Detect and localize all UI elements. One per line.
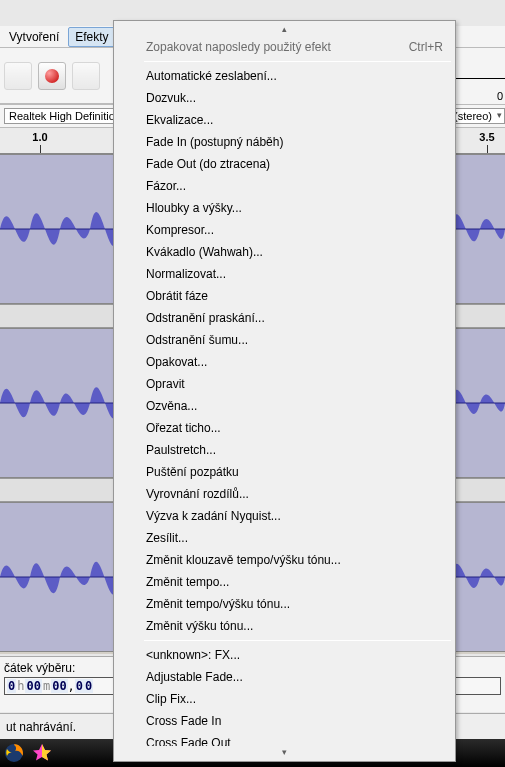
menu-item-label: Zopakovat naposledy použitý efekt — [146, 40, 331, 54]
menu-generate[interactable]: Vytvoření — [2, 27, 66, 47]
menu-item-odstran-n-prask-n[interactable]: Odstranění praskání... — [116, 307, 453, 329]
menu-item-zm-nit-klouzav-tempo-v-ku-t-nu[interactable]: Změnit klouzavě tempo/výšku tónu... — [116, 549, 453, 571]
menu-item-pu-t-n-pozp-tku[interactable]: Puštění pozpátku — [116, 461, 453, 483]
menu-item-zm-nit-tempo-v-ku-t-nu[interactable]: Změnit tempo/výšku tónu... — [116, 593, 453, 615]
menu-item-kompresor[interactable]: Kompresor... — [116, 219, 453, 241]
menu-item-fade-in-postupn-n-b-h[interactable]: Fade In (postupný náběh) — [116, 131, 453, 153]
app-icon[interactable] — [32, 743, 52, 763]
menu-item-clip-fix[interactable]: Clip Fix... — [116, 688, 453, 710]
menu-item-opravit[interactable]: Opravit — [116, 373, 453, 395]
status-text: ut nahrávání. — [6, 720, 76, 734]
menu-item-normalizovat[interactable]: Normalizovat... — [116, 263, 453, 285]
menu-item-ekvalizace[interactable]: Ekvalizace... — [116, 109, 453, 131]
menu-scroll-down[interactable]: ▾ — [116, 746, 453, 759]
channels-combo[interactable]: (stereo) — [449, 108, 505, 124]
effects-menu: ▴ Zopakovat naposledy použitý efektCtrl+… — [113, 20, 456, 762]
menu-separator — [144, 640, 451, 641]
menu-item-o-ezat-ticho[interactable]: Ořezat ticho... — [116, 417, 453, 439]
menu-item-v-zva-k-zad-n-nyquist[interactable]: Výzva k zadání Nyquist... — [116, 505, 453, 527]
menu-item-zm-nit-v-ku-t-nu[interactable]: Změnit výšku tónu... — [116, 615, 453, 637]
menu-item-dozvuk[interactable]: Dozvuk... — [116, 87, 453, 109]
firefox-icon[interactable] — [4, 743, 24, 763]
menu-item-odstran-n-umu[interactable]: Odstranění šumu... — [116, 329, 453, 351]
ruler-tick-label: 1.0 — [32, 131, 47, 143]
menu-item-obr-tit-f-ze[interactable]: Obrátit fáze — [116, 285, 453, 307]
menu-item-repeat-last-effect: Zopakovat naposledy použitý efektCtrl+R — [116, 36, 453, 58]
record-button[interactable] — [38, 62, 66, 90]
menu-item-fade-out-do-ztracena[interactable]: Fade Out (do ztracena) — [116, 153, 453, 175]
menu-item-f-zor[interactable]: Fázor... — [116, 175, 453, 197]
menu-item-shortcut: Ctrl+R — [409, 40, 443, 54]
menu-item-zm-nit-tempo[interactable]: Změnit tempo... — [116, 571, 453, 593]
menu-item-vyrovn-n-rozd-l[interactable]: Vyrovnání rozdílů... — [116, 483, 453, 505]
effects-menu-items: Zopakovat naposledy použitý efektCtrl+RA… — [116, 36, 453, 746]
menu-item-unknown-fx[interactable]: <unknown>: FX... — [116, 644, 453, 666]
menu-item-zes-lit[interactable]: Zesílit... — [116, 527, 453, 549]
menu-scroll-up[interactable]: ▴ — [116, 23, 453, 36]
audacity-window: Vytvoření Efekty -12 0 Realtek High Defi… — [0, 0, 505, 767]
pause-button[interactable] — [4, 62, 32, 90]
menu-item-cross-fade-in[interactable]: Cross Fade In — [116, 710, 453, 732]
menu-item-opakovat[interactable]: Opakovat... — [116, 351, 453, 373]
transport-toolbar — [0, 48, 120, 104]
menu-item-automatick-zeslaben[interactable]: Automatické zeslabení... — [116, 65, 453, 87]
menu-effects[interactable]: Efekty — [68, 27, 115, 47]
ruler-tick-label: 3.5 — [479, 131, 494, 143]
menu-item-kv-kadlo-wahwah[interactable]: Kvákadlo (Wahwah)... — [116, 241, 453, 263]
menu-item-hloubky-a-v-ky[interactable]: Hloubky a výšky... — [116, 197, 453, 219]
menu-item-cross-fade-out[interactable]: Cross Fade Out — [116, 732, 453, 746]
menu-item-adjustable-fade[interactable]: Adjustable Fade... — [116, 666, 453, 688]
db-label: 0 — [497, 90, 503, 102]
menu-item-ozv-na[interactable]: Ozvěna... — [116, 395, 453, 417]
menu-separator — [144, 61, 451, 62]
stop-button[interactable] — [72, 62, 100, 90]
menu-item-paulstretch[interactable]: Paulstretch... — [116, 439, 453, 461]
